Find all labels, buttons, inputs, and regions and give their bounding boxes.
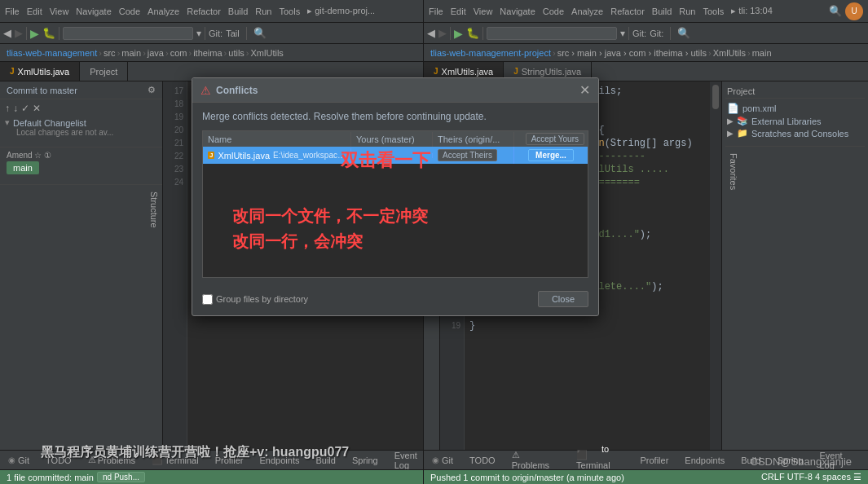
line-num-24: 24 — [163, 176, 187, 189]
menu-tools-r[interactable]: Tools — [703, 7, 724, 16]
bottom-tab-git-l[interactable]: ◉ Git — [0, 454, 37, 467]
git-branch-value: Tail — [226, 29, 240, 38]
config-dropdown-icon-r[interactable]: ▾ — [620, 28, 625, 39]
settings-icon[interactable]: ⚙ — [148, 85, 156, 95]
dialog-close-btn[interactable]: ✕ — [579, 82, 590, 98]
breadcrumb-main-l: main — [121, 48, 141, 58]
search-icon-l[interactable]: 🔍 — [253, 27, 267, 39]
menu-build-r[interactable]: Build — [652, 7, 672, 16]
commit-toolbar-icon2[interactable]: ↓ — [13, 103, 18, 114]
to-label: to — [601, 444, 609, 454]
menu-code-r[interactable]: Code — [543, 7, 564, 16]
menu-refactor[interactable]: Refactor — [187, 7, 221, 16]
close-dialog-btn[interactable]: Close — [538, 291, 588, 307]
commit-toolbar-icon3[interactable]: ✓ — [21, 103, 29, 114]
bottom-tab-spring-r[interactable]: Spring — [769, 454, 812, 467]
menu-analyze-r[interactable]: Analyze — [571, 7, 603, 16]
line-num-20: 20 — [163, 124, 187, 137]
run-btn-r[interactable]: ▶ — [454, 27, 463, 40]
breadcrumb-root-r: tlias-web-management-project — [430, 48, 551, 58]
menu-view[interactable]: View — [50, 7, 69, 16]
menu-refactor-r[interactable]: Refactor — [610, 7, 645, 16]
menu-git-r[interactable]: ▸ tli: 13:04 — [731, 6, 773, 16]
menu-navigate[interactable]: Navigate — [76, 7, 111, 16]
menu-build[interactable]: Build — [228, 7, 248, 16]
search-icon-r[interactable]: 🔍 — [829, 5, 842, 17]
menu-tools[interactable]: Tools — [279, 7, 300, 16]
tree-item-pom[interactable]: 📄 pom.xml — [725, 102, 865, 115]
bottom-tab-profiler-r[interactable]: Profiler — [632, 454, 676, 467]
debug-btn-r[interactable]: 🐛 — [466, 27, 479, 39]
tree-item-ext-libs[interactable]: ▶ 📚 External Libraries — [725, 115, 865, 127]
status-file-committed: 1 file committed: main — [7, 473, 94, 482]
tab-project[interactable]: Project — [80, 62, 128, 81]
config-dropdown-icon[interactable]: ▾ — [196, 28, 201, 39]
git-branch-label-r: Git: — [632, 29, 646, 38]
conflict-filepath: E:\idea_workspace_wh\wh_huangpu01\git-de… — [273, 151, 346, 160]
menu-file[interactable]: File — [5, 7, 20, 16]
nav-forward-btn[interactable]: ▶ — [15, 27, 23, 39]
tab-xmlutils-left[interactable]: J XmlUtils.java — [0, 62, 80, 81]
dialog-message: Merge conflicts detected. Resolve them b… — [202, 111, 588, 122]
bottom-tab-eventlog-r[interactable]: Event Log — [812, 449, 868, 472]
menu-edit[interactable]: Edit — [27, 7, 42, 16]
dialog-title-text: Conflicts — [216, 85, 258, 96]
git-branch-value-r: Git: — [650, 29, 663, 38]
dialog-footer: Group files by directory Close — [192, 286, 598, 315]
group-by-dir-checkbox[interactable]: Group files by directory — [202, 294, 308, 305]
bottom-tab-todo-r[interactable]: TODO — [461, 454, 504, 467]
menu-navigate-r[interactable]: Navigate — [500, 7, 535, 16]
bottom-tab-eventlog-l[interactable]: Event Log — [386, 449, 425, 472]
breadcrumb-xmlutils-r: XmlUtils — [713, 48, 746, 58]
bottom-tab-git-r[interactable]: ◉Git — [424, 454, 461, 467]
merge-btn[interactable]: Merge... — [528, 149, 574, 161]
commit-toolbar-icon4[interactable]: ✕ — [33, 103, 41, 114]
bottom-tab-profiler-l[interactable]: Profiler — [207, 454, 252, 467]
breadcrumb-main-r: main — [752, 48, 772, 58]
project-sidebar-header: Project — [725, 85, 865, 99]
bottom-tab-endpoints-l[interactable]: Endpoints — [252, 454, 308, 467]
menu-code[interactable]: Code — [119, 7, 140, 16]
bottom-tab-problems-l[interactable]: ⚠Problems — [80, 453, 143, 467]
bottom-tab-endpoints-r[interactable]: Endpoints — [676, 454, 733, 467]
run-config-input-r[interactable]: TliasWebManagementApplication — [487, 27, 617, 40]
menu-view-r[interactable]: View — [474, 7, 493, 16]
commit-to-master[interactable]: Commit to master ⚙ — [0, 81, 162, 99]
bottom-tab-spring-l[interactable]: Spring — [344, 454, 386, 467]
tree-item-scratches[interactable]: ▶ 📁 Scratches and Consoles — [725, 127, 865, 139]
bottom-tab-problems-r[interactable]: ⚠ Problems — [504, 448, 568, 472]
breadcrumb-com-l: com — [170, 48, 187, 58]
push-button[interactable]: nd Push... — [97, 472, 145, 482]
menu-edit-r[interactable]: Edit — [451, 7, 466, 16]
accept-theirs-btn[interactable]: Accept Theirs — [438, 149, 497, 161]
changelist-header: ▾ Default Changelist — [5, 117, 157, 128]
menu-analyze[interactable]: Analyze — [148, 7, 179, 16]
run-config-input[interactable]: TliasWebManagementApplication — [63, 27, 193, 40]
commit-toolbar-icon1[interactable]: ↑ — [5, 103, 10, 114]
conflicts-icon: ⚠ — [200, 84, 211, 97]
search-icon-r2[interactable]: 🔍 — [677, 27, 690, 39]
menu-run[interactable]: Run — [255, 7, 271, 16]
menu-git[interactable]: ▸ git-demo-proj... — [307, 6, 375, 16]
menu-run-r[interactable]: Run — [679, 7, 695, 16]
breadcrumb-root-l: tlias-web-management — [7, 48, 97, 58]
breadcrumb-java-l: java — [148, 48, 164, 58]
run-btn[interactable]: ▶ — [30, 27, 39, 40]
favorites-label[interactable]: Favorites — [725, 147, 742, 196]
bottom-tab-build-r[interactable]: Build — [733, 454, 769, 467]
col-theirs: Theirs (origin/... — [433, 132, 514, 147]
breadcrumb-src-l: src — [104, 48, 116, 58]
nav-back-btn-r[interactable]: ◀ — [427, 27, 435, 39]
line-num-18: 18 — [163, 98, 187, 111]
bottom-tab-terminal-r[interactable]: ⬛ Terminal — [568, 448, 632, 472]
menu-file-r[interactable]: File — [429, 7, 443, 16]
conflict-file-row[interactable]: J XmlUtils.java E:\idea_workspace_wh\wh_… — [202, 147, 588, 164]
nav-back-btn[interactable]: ◀ — [3, 27, 11, 39]
bottom-tab-build-l[interactable]: Build — [307, 454, 343, 467]
breadcrumb-src-r: src › main › java › com › itheima › util… — [557, 48, 707, 58]
nav-forward-btn-r[interactable]: ▶ — [438, 27, 447, 39]
bottom-tab-terminal-l[interactable]: ⬛Terminal — [143, 453, 207, 467]
bottom-tab-todo-l[interactable]: TODO — [37, 454, 80, 467]
debug-btn[interactable]: 🐛 — [42, 27, 55, 39]
accept-yours-btn[interactable]: Accept Yours — [526, 133, 584, 145]
